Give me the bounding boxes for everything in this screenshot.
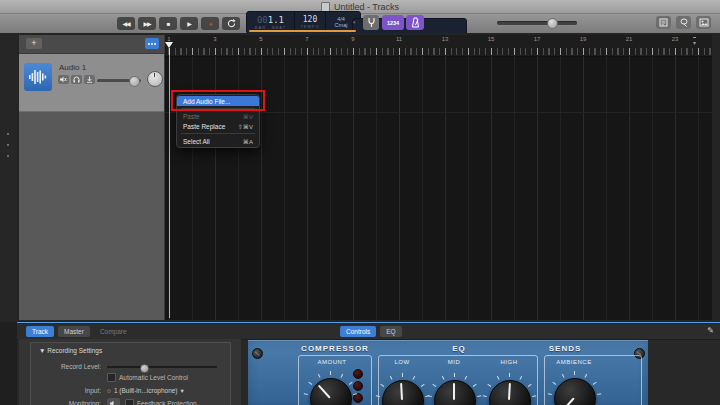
edge-dot (7, 133, 9, 135)
auto-level-label: Automatic Level Control (119, 374, 188, 381)
view-toggle-buttons (656, 16, 711, 29)
record-level-handle[interactable] (140, 364, 149, 373)
bar-number: 3 (213, 36, 216, 42)
high-knob[interactable] (481, 372, 537, 405)
tab-controls[interactable]: Controls (340, 326, 376, 337)
loop-browser-button[interactable] (676, 16, 691, 29)
panel-tabs: TrackMasterCompare (26, 326, 133, 337)
metronome-button[interactable] (406, 15, 424, 30)
metronome-icon (411, 17, 420, 28)
track-row-audio-1[interactable]: Audio 1 (19, 54, 164, 112)
bar-number: 17 (534, 36, 541, 42)
record-level-slider[interactable] (107, 366, 217, 368)
garageband-window: Untitled - Tracks ◀◀▶▶■▶● 001.1 BARBEAT … (0, 0, 720, 405)
ambience-knob[interactable] (546, 370, 602, 405)
record-level-label: Record Level: (39, 363, 101, 370)
timeline[interactable]: 1357911131517192123 ▾ (164, 35, 712, 320)
feedback-checkbox[interactable] (125, 399, 134, 405)
amp-panel: COMPRESSOR EQ SENDS AMOUNT LOW MID HIGH … (248, 340, 648, 405)
bar-number: 5 (259, 36, 262, 42)
monitor-speaker-icon (110, 400, 117, 405)
monitoring-button[interactable] (107, 398, 120, 405)
feedback-label: Feedback Protection (137, 400, 197, 405)
track-volume-slider[interactable] (97, 79, 141, 82)
bar-number: 21 (626, 36, 633, 42)
edit-pencil-icon[interactable]: ✎ (707, 326, 714, 335)
track-volume-handle[interactable] (129, 76, 140, 87)
track-name[interactable]: Audio 1 (59, 63, 86, 72)
recording-settings-panel: ▼ Recording Settings Record Level: Autom… (19, 339, 241, 405)
rewind-button[interactable]: ◀◀ (117, 17, 135, 30)
amount-knob[interactable] (302, 370, 358, 405)
knob-label-low: LOW (394, 359, 409, 365)
tab-compare[interactable]: Compare (94, 326, 133, 337)
mid-knob[interactable] (426, 372, 482, 405)
menu-item-paste-replace[interactable]: Paste Replace⇧⌘V (177, 121, 259, 131)
track-header-column: + Audio 1 (19, 35, 164, 320)
lcd-underline (249, 30, 356, 32)
smart-controls-panel: TrackMasterCompare ControlsEQ ✎ ▼ Record… (0, 322, 720, 405)
input-select[interactable]: ○ 1 (Built-in...icrophone) ▾ (107, 385, 220, 396)
tab-master[interactable]: Master (58, 326, 90, 337)
track-options-button[interactable] (145, 38, 159, 49)
input-monitoring-button[interactable] (84, 75, 95, 84)
volume-slider-handle[interactable] (547, 18, 558, 29)
lcd-key: Cmaj (335, 23, 348, 29)
end-marker-icon[interactable]: ▾ (693, 37, 696, 46)
screw-icon (252, 348, 263, 359)
tuning-fork-icon (367, 17, 376, 28)
loop-browser-icon (679, 18, 689, 27)
disclosure-icon: ▼ (39, 347, 45, 354)
input-arrow-icon (86, 76, 93, 83)
menu-item-add-audio-file[interactable]: Add Audio File... (177, 96, 259, 106)
audio-track-icon (24, 63, 52, 91)
window-title: Untitled - Tracks (334, 2, 399, 12)
auto-level-checkbox[interactable] (107, 373, 116, 382)
knob-label-amount: AMOUNT (318, 359, 347, 365)
play-button[interactable]: ▶ (180, 17, 198, 30)
fast-forward-button[interactable]: ▶▶ (138, 17, 156, 30)
cycle-button[interactable] (222, 17, 240, 30)
controls-tabs: ControlsEQ (340, 326, 402, 337)
knob-label-high: HIGH (501, 359, 518, 365)
tab-track[interactable]: Track (26, 326, 54, 337)
lcd-beat-label: BEAT (272, 26, 286, 30)
toolbar: ◀◀▶▶■▶● 001.1 BARBEAT 120 TEMPO 4/4 Cmaj… (0, 14, 720, 34)
notepad-button[interactable] (656, 16, 671, 29)
track-buttons (58, 75, 95, 84)
pan-knob[interactable] (147, 71, 163, 87)
monitoring-label: Monitoring: (39, 400, 101, 405)
headphones-icon (73, 76, 80, 83)
count-in-button[interactable]: 1234 (382, 15, 404, 30)
input-chevron-icon: ▾ (181, 387, 184, 395)
bar-number: 7 (305, 36, 308, 42)
mute-button[interactable] (58, 75, 69, 84)
tab-eq[interactable]: EQ (380, 326, 401, 337)
lcd-position-value: 1.1 (268, 15, 284, 25)
context-menu: Add Audio File...Paste⌘VPaste Replace⇧⌘V… (176, 94, 260, 148)
bar-number: 19 (580, 36, 587, 42)
track-header-toolbar: + (19, 35, 164, 54)
document-proxy-icon (321, 2, 330, 12)
menu-item-select-all[interactable]: Select All⌘A (177, 136, 259, 146)
add-track-button[interactable]: + (26, 38, 42, 49)
input-mono-icon: ○ (107, 387, 111, 394)
section-title-eq: EQ (452, 344, 466, 353)
tuner-button[interactable] (363, 15, 379, 30)
master-volume-slider[interactable] (497, 21, 577, 25)
media-browser-button[interactable] (696, 16, 711, 29)
lcd-tempo-label: TEMPO (300, 25, 319, 29)
solo-button[interactable] (71, 75, 82, 84)
edge-dot (7, 155, 9, 157)
bottom-left-strip (0, 322, 17, 405)
bar-number: 9 (351, 36, 354, 42)
low-knob[interactable] (374, 372, 430, 405)
input-value: 1 (Built-in...icrophone) (114, 387, 178, 394)
record-button[interactable]: ● (201, 17, 219, 30)
recording-settings-header[interactable]: ▼ Recording Settings (39, 347, 102, 354)
section-title-compressor: COMPRESSOR (301, 344, 369, 353)
stop-button[interactable]: ■ (159, 17, 177, 30)
left-edge-strip (0, 33, 17, 322)
menu-item-paste[interactable]: Paste⌘V (177, 111, 259, 121)
media-browser-icon (699, 18, 709, 27)
